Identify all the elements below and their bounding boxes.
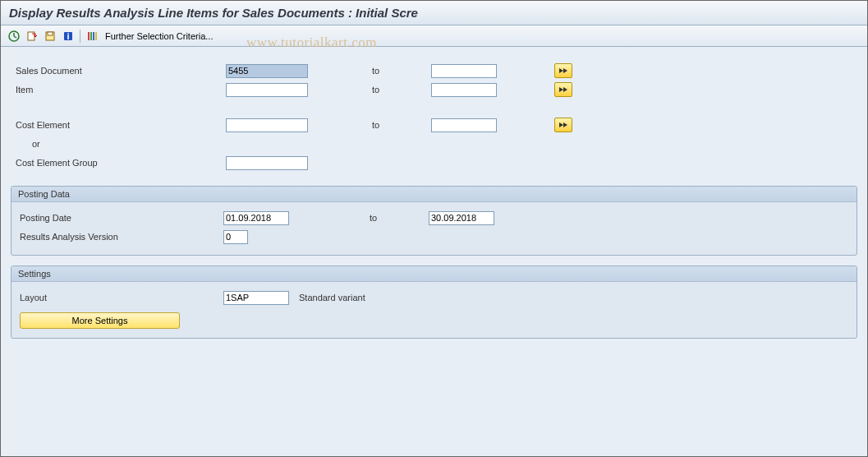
- posting-date-to-input[interactable]: [429, 211, 494, 225]
- ra-version-label: Results Analysis Version: [16, 232, 223, 242]
- svg-rect-10: [93, 32, 94, 40]
- posting-date-to-label: to: [363, 213, 429, 223]
- posting-data-title: Posting Data: [11, 187, 857, 202]
- selection-options-icon[interactable]: [84, 29, 100, 44]
- posting-data-group: Posting Data Posting Date to Results Ana…: [11, 186, 857, 256]
- execute-icon[interactable]: [6, 29, 22, 44]
- svg-text:i: i: [67, 31, 69, 41]
- variant-get-icon[interactable]: [24, 29, 40, 44]
- toolbar: i Further Selection Criteria...: [1, 25, 867, 47]
- item-to-input[interactable]: [431, 83, 497, 97]
- layout-variant-text: Standard variant: [299, 293, 365, 302]
- cost-element-label: Cost Element: [12, 120, 226, 130]
- page-title: Display Results Analysis Line Items for …: [1, 1, 867, 25]
- svg-rect-5: [48, 32, 53, 35]
- svg-rect-8: [88, 32, 90, 40]
- cost-element-multi-icon[interactable]: [554, 118, 572, 132]
- item-multi-icon[interactable]: [554, 82, 572, 97]
- item-from-input[interactable]: [226, 83, 308, 97]
- posting-date-from-input[interactable]: [223, 211, 289, 225]
- sales-document-from-input[interactable]: [226, 64, 308, 78]
- layout-label: Layout: [16, 293, 223, 302]
- sales-document-label: Sales Document: [12, 66, 226, 76]
- cost-element-group-label: Cost Element Group: [12, 158, 226, 168]
- svg-line-2: [14, 36, 16, 38]
- cost-element-from-input[interactable]: [226, 118, 308, 132]
- settings-group: Settings Layout Standard variant More Se…: [11, 265, 857, 339]
- further-selection-button[interactable]: Further Selection Criteria...: [102, 30, 216, 43]
- settings-title: Settings: [11, 266, 857, 282]
- info-icon[interactable]: i: [60, 29, 76, 44]
- sales-document-to-input[interactable]: [431, 64, 497, 78]
- item-label: Item: [12, 85, 226, 95]
- sales-document-multi-icon[interactable]: [554, 63, 572, 78]
- item-to-label: to: [365, 85, 431, 95]
- or-label: or: [12, 139, 226, 149]
- layout-input[interactable]: [223, 291, 289, 305]
- sales-document-to-label: to: [365, 66, 431, 76]
- more-settings-button[interactable]: More Settings: [20, 312, 180, 329]
- svg-rect-11: [95, 32, 97, 40]
- save-icon[interactable]: [42, 29, 58, 44]
- posting-date-label: Posting Date: [16, 213, 223, 223]
- cost-element-group-input[interactable]: [226, 156, 308, 170]
- cost-element-to-label: to: [365, 120, 431, 130]
- ra-version-input[interactable]: [223, 230, 248, 244]
- cost-element-to-input[interactable]: [431, 118, 497, 132]
- svg-rect-9: [90, 32, 92, 40]
